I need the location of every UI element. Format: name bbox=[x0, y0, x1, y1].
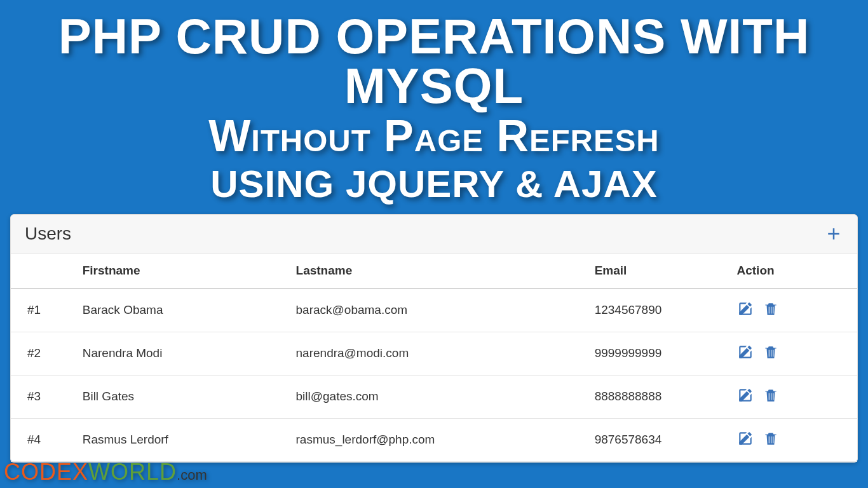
trash-icon bbox=[763, 301, 779, 320]
edit-icon bbox=[737, 387, 754, 407]
col-header-index bbox=[11, 254, 75, 288]
brand-part-2: WORLD bbox=[88, 459, 177, 485]
table-row: #4Rasmus Lerdorfrasmus_lerdorf@php.com98… bbox=[11, 418, 857, 461]
cell-index: #3 bbox=[11, 375, 75, 418]
edit-button[interactable] bbox=[737, 430, 754, 450]
edit-icon bbox=[737, 301, 754, 320]
cell-email: 9999999999 bbox=[587, 332, 729, 375]
hero-title-2: Without Page Refresh bbox=[0, 113, 868, 160]
cell-firstname: Barack Obama bbox=[75, 288, 288, 332]
edit-button[interactable] bbox=[737, 387, 754, 407]
hero-banner: PHP CRUD OPERATIONS WITH MYSQL Without P… bbox=[0, 0, 868, 204]
cell-firstname: Rasmus Lerdorf bbox=[75, 418, 288, 461]
cell-action bbox=[729, 418, 858, 461]
users-panel: Users Firstname Lastname Email Action #1… bbox=[10, 214, 858, 463]
cell-email: 8888888888 bbox=[587, 375, 729, 418]
trash-icon bbox=[763, 344, 779, 363]
cell-lastname: barack@obama.com bbox=[288, 288, 587, 332]
cell-action bbox=[729, 375, 858, 418]
delete-button[interactable] bbox=[763, 430, 779, 450]
table-row: #1Barack Obamabarack@obama.com1234567890 bbox=[11, 288, 857, 332]
trash-icon bbox=[763, 430, 779, 450]
users-table: Firstname Lastname Email Action #1Barack… bbox=[11, 254, 857, 462]
cell-index: #4 bbox=[11, 418, 75, 461]
cell-email: 1234567890 bbox=[587, 288, 729, 332]
delete-button[interactable] bbox=[763, 301, 779, 320]
delete-button[interactable] bbox=[763, 344, 779, 363]
table-row: #3Bill Gatesbill@gates.com8888888888 bbox=[11, 375, 857, 418]
table-row: #2Narendra Modinarendra@modi.com99999999… bbox=[11, 332, 857, 375]
cell-lastname: narendra@modi.com bbox=[288, 332, 587, 375]
cell-email: 9876578634 bbox=[587, 418, 729, 461]
brand-part-1: CODEX bbox=[4, 459, 88, 485]
panel-title: Users bbox=[25, 224, 71, 244]
edit-icon bbox=[737, 344, 754, 363]
cell-index: #2 bbox=[11, 332, 75, 375]
add-user-button[interactable] bbox=[824, 224, 843, 243]
brand-part-3: .com bbox=[177, 467, 207, 483]
brand-logo: CODEXWORLD.com bbox=[4, 459, 207, 485]
hero-title-1: PHP CRUD OPERATIONS WITH MYSQL bbox=[0, 11, 868, 111]
col-header-firstname: Firstname bbox=[75, 254, 288, 288]
panel-header: Users bbox=[11, 215, 857, 254]
cell-firstname: Bill Gates bbox=[75, 375, 288, 418]
col-header-email: Email bbox=[587, 254, 729, 288]
hero-title-3: using jQuery & Ajax bbox=[0, 164, 868, 204]
cell-lastname: rasmus_lerdorf@php.com bbox=[288, 418, 587, 461]
delete-button[interactable] bbox=[763, 387, 779, 407]
plus-icon bbox=[824, 224, 843, 243]
edit-button[interactable] bbox=[737, 301, 754, 320]
edit-icon bbox=[737, 430, 754, 450]
cell-action bbox=[729, 332, 858, 375]
table-header-row: Firstname Lastname Email Action bbox=[11, 254, 857, 288]
cell-firstname: Narendra Modi bbox=[75, 332, 288, 375]
cell-action bbox=[729, 288, 858, 332]
col-header-lastname: Lastname bbox=[288, 254, 587, 288]
edit-button[interactable] bbox=[737, 344, 754, 363]
cell-index: #1 bbox=[11, 288, 75, 332]
cell-lastname: bill@gates.com bbox=[288, 375, 587, 418]
col-header-action: Action bbox=[729, 254, 858, 288]
trash-icon bbox=[763, 387, 779, 407]
